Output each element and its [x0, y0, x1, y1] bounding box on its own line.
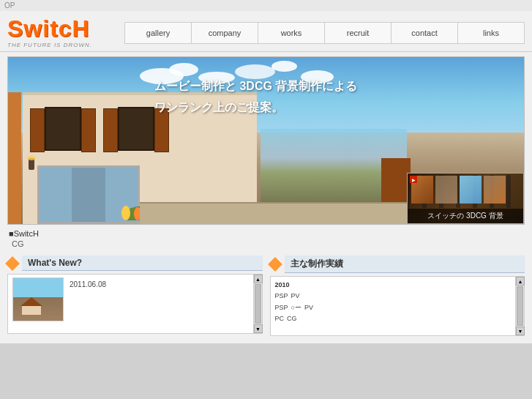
- nav-links[interactable]: links: [457, 22, 525, 44]
- lamp-light: [27, 156, 36, 160]
- prod-type-1: PV: [291, 291, 300, 302]
- shutter-1-right: [81, 108, 96, 152]
- prod-row-3: PC CG: [275, 313, 510, 324]
- tagline: The future is drown.: [7, 42, 110, 48]
- news-text-area: 2011.06.08: [68, 277, 247, 321]
- logo-area: SwitcH The future is drown.: [7, 17, 110, 48]
- whats-new-icon: [5, 256, 20, 271]
- prod-platform-3: PC: [275, 313, 285, 324]
- hero-image: ムービー制作と 3DCG 背景制作による ワンランク上のご提案。 ▶ スイッチの…: [7, 56, 525, 225]
- nav-company[interactable]: company: [191, 22, 258, 44]
- whats-new-inner: 2011.06.08: [8, 275, 262, 333]
- shutter-1-left: [30, 108, 45, 152]
- news-thumbnail: [12, 277, 64, 321]
- production-box: 2010 PSP PV PSP ○ー PV PC: [270, 276, 525, 336]
- prod-type-2: PV: [304, 302, 313, 313]
- left-column: [8, 92, 21, 224]
- film-frame-4: [484, 176, 506, 204]
- play-icon: ▶: [410, 176, 417, 183]
- prod-type-3: CG: [287, 313, 297, 324]
- cloud-2: [169, 63, 198, 76]
- hero-scene: ムービー制作と 3DCG 背景制作による ワンランク上のご提案。 ▶ スイッチの…: [8, 57, 524, 224]
- main: ムービー制作と 3DCG 背景制作による ワンランク上のご提案。 ▶ スイッチの…: [0, 52, 532, 343]
- production-column: 主な制作実績 2010 PSP PV PSP ○ー: [270, 256, 525, 336]
- glass-2: [72, 168, 105, 222]
- production-icon: [268, 257, 282, 272]
- hero-line1: ムービー制作と 3DCG 背景制作による: [154, 79, 357, 94]
- news-date: 2011.06.08: [70, 279, 246, 291]
- prod-row-1: PSP PV: [275, 291, 510, 302]
- prod-platform-1: PSP: [275, 291, 288, 302]
- cloud-5: [271, 61, 297, 72]
- logo[interactable]: SwitcH: [7, 17, 110, 40]
- whats-new-scrollbar[interactable]: ▲ ▼: [253, 275, 262, 333]
- news-content: 2011.06.08: [12, 277, 258, 321]
- prod-year-0: 2010: [275, 280, 290, 291]
- patio: [140, 202, 407, 224]
- production-header: 主な制作実績: [270, 256, 525, 273]
- scroll-down-btn[interactable]: ▼: [254, 324, 263, 333]
- thumb-roof: [20, 297, 42, 306]
- film-frame-3: [460, 176, 482, 204]
- prod-detail-2: ○ー: [291, 302, 301, 313]
- nav-contact[interactable]: contact: [391, 22, 457, 44]
- columns: What's New? 2011.06.08: [7, 256, 525, 336]
- top-bar-label: OP: [4, 1, 15, 10]
- prod-scroll-thumb[interactable]: [517, 286, 523, 326]
- shutter-2-left: [103, 108, 118, 152]
- whats-new-box: 2011.06.08 ▲ ▼: [7, 274, 263, 334]
- hero-text-overlay: ムービー制作と 3DCG 背景制作による ワンランク上のご提案。: [154, 79, 357, 116]
- section-label: ■SwitcH: [7, 229, 525, 238]
- window-1: [45, 107, 81, 151]
- production-title: 主な制作実績: [285, 256, 525, 273]
- prod-scroll-down-btn[interactable]: ▼: [516, 327, 525, 335]
- scroll-thumb[interactable]: [255, 284, 261, 324]
- thumbnail-label: スイッチの 3DCG 背景: [408, 209, 523, 223]
- hero-line2: ワンランク上のご提案。: [154, 100, 357, 116]
- header: SwitcH The future is drown. gallery comp…: [0, 11, 532, 52]
- cloud-4: [235, 64, 275, 79]
- production-scrollbar[interactable]: ▲ ▼: [515, 277, 524, 335]
- thumb-body: [22, 306, 41, 315]
- prod-row-0: 2010: [275, 280, 510, 291]
- nav: gallery company works recruit contact li…: [124, 22, 525, 44]
- glass-1: [40, 168, 72, 222]
- scroll-up-btn[interactable]: ▲: [254, 275, 263, 283]
- prod-table: 2010 PSP PV PSP ○ー PV PC: [275, 280, 520, 324]
- nav-gallery[interactable]: gallery: [124, 22, 191, 44]
- window-2: [118, 107, 154, 151]
- section-sub: CG: [7, 239, 525, 248]
- top-bar: OP: [0, 0, 532, 11]
- prod-row-2: PSP ○ー PV: [275, 302, 510, 313]
- nav-recruit[interactable]: recruit: [324, 22, 391, 44]
- flower-1: [121, 206, 130, 220]
- hero-thumbnail[interactable]: ▶ スイッチの 3DCG 背景: [407, 173, 524, 224]
- production-inner: 2010 PSP PV PSP ○ー PV PC: [271, 277, 525, 335]
- film-frame-2: [435, 176, 457, 204]
- prod-scroll-up-btn[interactable]: ▲: [516, 277, 525, 286]
- whats-new-column: What's New? 2011.06.08: [7, 256, 263, 336]
- whats-new-title: What's New?: [22, 256, 263, 271]
- whats-new-header: What's New?: [7, 256, 263, 271]
- nav-works[interactable]: works: [258, 22, 324, 44]
- prod-platform-2: PSP: [275, 302, 288, 313]
